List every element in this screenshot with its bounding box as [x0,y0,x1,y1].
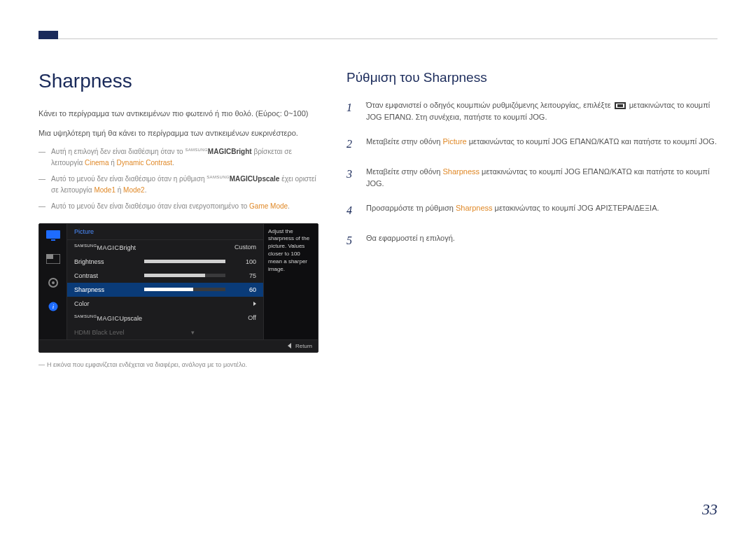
osd-row-contrast: Contrast 75 [67,269,263,283]
osd-brightness-value: 100 [231,258,256,265]
window-icon [46,253,61,265]
osd-row-sharpness: Sharpness 60 [67,283,263,297]
osd-row-magicupscale: SAMSUNGMAGICUpscale Off [67,311,263,325]
step-5-number: 5 [346,232,356,250]
osd-upscale-value: Off [231,314,256,321]
page-number: 33 [702,500,718,519]
osd-footer: Return [39,339,318,352]
osd-sharpness-label: Sharpness [74,286,139,293]
step-4: 4 Προσαρμόστε τη ρύθμιση Sharpness μετακ… [346,202,718,220]
osd-header: Picture [67,224,263,240]
svg-point-5 [52,281,55,284]
note-1-or: ή [108,159,116,167]
step-3-number: 3 [346,166,356,190]
right-column: Ρύθμιση του Sharpness 1 Όταν εμφανιστεί … [346,70,718,368]
step-1: 1 Όταν εμφανιστεί ο οδηγός κουμπιών ρυθμ… [346,99,718,123]
osd-upscale-tiny: SAMSUNG [74,314,97,318]
header-tick [38,31,58,39]
step-2-hl: Picture [442,137,466,146]
section-title: Sharpness [38,70,318,92]
note-2-m1: Mode1 [94,186,115,194]
note-2-end: . [145,186,147,194]
svg-rect-1 [51,239,55,241]
osd-contrast-label: Contrast [74,272,139,279]
gear-icon [46,277,61,288]
step-1-pre: Όταν εμφανιστεί ο οδηγός κουμπιών ρυθμιζ… [366,101,613,109]
svg-rect-3 [46,254,53,259]
note-3-pre: Αυτό το μενού δεν είναι διαθέσιμο όταν ε… [51,202,249,210]
note-3-gm: Game Mode [249,202,288,210]
osd-magicbright-tiny: SAMSUNG [74,244,97,248]
osd-brightness-slider [144,260,225,263]
menu-icon [615,102,626,109]
step-4-pre: Προσαρμόστε τη ρύθμιση [366,204,456,212]
chevron-right-icon [253,302,256,306]
osd-upscale-label: Upscale [119,315,142,322]
step-4-hl: Sharpness [456,204,493,212]
step-2-number: 2 [346,136,356,153]
step-2: 2 Μεταβείτε στην οθόνη Picture μετακινών… [346,136,718,153]
steps-list: 1 Όταν εμφανιστεί ο οδηγός κουμπιών ρυθμ… [346,99,718,250]
step-3-pre: Μεταβείτε στην οθόνη [366,167,442,176]
step-2-post: μετακινώντας το κουμπί JOG ΕΠΑΝΩ/ΚΑΤΩ κα… [467,137,717,146]
magic-bold-2: MAGIC [230,175,253,183]
osd-row-brightness: Brightness 100 [67,255,263,269]
osd-sharpness-value: 60 [231,286,256,293]
note-list: Αυτή η επιλογή δεν είναι διαθέσιμη όταν … [38,146,318,212]
image-footnote: Η εικόνα που εμφανίζεται ενδέχεται να δι… [38,361,318,368]
step-1-number: 1 [346,99,356,123]
page-top-rule [38,38,718,39]
magic-upscale-label: SAMSUNGMAGICUpscale [206,175,279,183]
note-3: Αυτό το μενού δεν είναι διαθέσιμο όταν ε… [38,201,318,212]
osd-hdmi-label: HDMI Black Level [74,329,125,336]
bright-bold: Bright [231,148,251,155]
upscale-bold: Upscale [253,175,279,183]
osd-description: Adjust the sharpness of the picture. Val… [263,224,318,339]
samsung-tiny-2: SAMSUNG [206,175,229,179]
note-1-dc: Dynamic Contrast [117,159,172,167]
subsection-title: Ρύθμιση του Sharpness [346,70,718,85]
intro-text-2: Μια υψηλότερη τιμή θα κάνει το περίγραμμ… [38,127,318,140]
osd-sharpness-slider [144,288,225,291]
page-content: Sharpness Κάνει το περίγραμμα των αντικε… [38,28,718,368]
osd-magicbright-value: Custom [221,244,256,251]
samsung-tiny: SAMSUNG [185,148,207,152]
osd-row-magicbright: SAMSUNGMAGICBright Custom [67,240,263,255]
osd-return-label: Return [295,343,312,349]
note-2-pre: Αυτό το μενού δεν είναι διαθέσιμο όταν η… [51,175,206,183]
step-3: 3 Μεταβείτε στην οθόνη Sharpness μετακιν… [346,166,718,190]
note-2-m2: Mode2 [123,186,145,194]
osd-sidebar: i [39,224,67,339]
osd-magicbright-label: Bright [119,244,136,251]
osd-contrast-slider [144,274,225,277]
note-3-end: . [288,202,290,210]
osd-color-label: Color [74,300,139,307]
note-1-pre: Αυτή η επιλογή δεν είναι διαθέσιμη όταν … [51,148,185,155]
magic-bold: MAGIC [208,148,231,155]
triangle-left-icon [288,343,291,349]
magic-bright-label: SAMSUNGMAGICBright [185,148,251,155]
monitor-icon [46,230,61,241]
note-1-end: . [172,159,174,167]
step-5: 5 Θα εφαρμοστεί η επιλογή. [346,232,718,250]
osd-magicbright-bold: MAGIC [97,244,119,251]
intro-text-1: Κάνει το περίγραμμα των αντικειμένων πιο… [38,108,318,120]
osd-row-hdmi-black-level: HDMI Black Level ▾ [67,325,263,339]
note-1-cinema: Cinema [85,159,108,167]
osd-brightness-label: Brightness [74,258,139,265]
osd-contrast-value: 75 [231,272,256,279]
step-2-pre: Μεταβείτε στην οθόνη [366,137,442,146]
osd-screenshot: i Picture SAMSUNGMAGICBright Custom Brig… [38,223,318,353]
info-icon: i [46,301,61,312]
note-2: Αυτό το μενού δεν είναι διαθέσιμο όταν η… [38,174,318,195]
osd-row-color: Color [67,297,263,311]
svg-rect-0 [46,230,60,239]
osd-main: Picture SAMSUNGMAGICBright Custom Bright… [67,224,263,339]
note-1: Αυτή η επιλογή δεν είναι διαθέσιμη όταν … [38,146,318,168]
step-4-post: μετακινώντας το κουμπί JOG ΑΡΙΣΤΕΡΑ/ΔΕΞΙ… [493,204,659,212]
step-4-number: 4 [346,202,356,220]
step-5-text: Θα εφαρμοστεί η επιλογή. [366,232,718,250]
osd-upscale-bold: MAGIC [97,315,119,322]
note-2-or: ή [115,186,123,194]
step-3-hl: Sharpness [442,167,479,176]
